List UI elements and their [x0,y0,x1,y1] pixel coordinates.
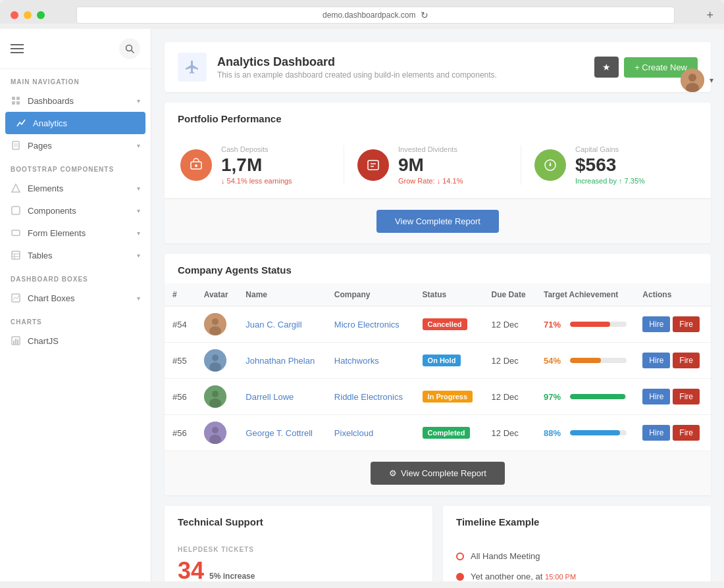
user-avatar[interactable] [681,68,704,92]
cell-id: #56 [165,415,196,451]
col-header-name: Name [238,283,326,306]
sidebar-item-label: Components [28,206,76,216]
timeline-text-2: Yet another one, at 15:00 PM [471,572,576,581]
svg-rect-11 [12,230,20,235]
sidebar-item-elements[interactable]: Elements ▾ [0,177,151,199]
cell-status: On Hold [415,343,484,379]
page-header: Analytics Dashboard This is an example d… [165,42,711,92]
capital-label: Capital Gains [575,145,645,153]
cell-status: Cancelled [415,306,484,343]
sidebar-item-dashboards[interactable]: Dashboards ▾ [0,89,151,112]
star-button[interactable]: ★ [594,57,619,78]
refresh-icon[interactable]: ↻ [421,10,428,20]
fire-button[interactable]: Fire [673,389,700,404]
progress-bar-bg [570,322,627,327]
cash-change: ↓ 54.1% less earnings [221,177,292,185]
cell-due-date: 12 Dec [484,306,536,343]
sidebar-item-analytics[interactable]: Analytics [5,112,145,134]
timeline-time: 15:00 PM [545,573,576,581]
invested-label: Invested Dividents [398,145,463,153]
cell-achievement: 88% [536,415,634,451]
technical-support-content: HELPDESK TICKETS 34 5% increase [165,535,432,581]
sidebar-item-chartjs[interactable]: ChartJS [0,330,151,352]
portfolio-report-button[interactable]: View Complete Report [376,210,499,233]
sidebar-item-label: Pages [28,141,52,151]
company-name: Micro Electronics [334,320,400,330]
status-badge: In Progress [423,391,473,403]
hire-button[interactable]: Hire [642,389,670,404]
progress-pct: 97% [544,392,565,402]
sidebar-item-components[interactable]: Components ▾ [0,199,151,222]
cell-due-date: 12 Dec [484,343,536,379]
hire-button[interactable]: Hire [642,425,670,441]
cell-name: George T. Cottrell [238,415,326,451]
progress-pct: 88% [544,428,565,438]
sidebar-item-chart-boxes[interactable]: Chart Boxes ▾ [0,287,151,309]
svg-point-40 [209,435,221,444]
agents-table-body: #54 Juan C. Cargill Micro Electronics Ca… [165,306,711,451]
fire-button[interactable]: Fire [673,425,700,441]
svg-point-39 [212,427,219,433]
svg-point-28 [550,164,552,166]
sidebar-item-label: Elements [28,184,63,193]
window-close-button[interactable] [11,11,18,19]
tables-icon [11,250,21,260]
agents-card-footer: ⚙ View Complete Report [165,451,711,495]
cell-achievement: 71% [536,306,634,343]
company-name: Pixelcloud [334,428,373,438]
sidebar-item-label: Dashboards [28,96,74,106]
chevron-icon: ▾ [137,97,140,105]
cell-name: Darrell Lowe [238,379,326,415]
window-minimize-button[interactable] [24,11,32,19]
chevron-icon: ▾ [137,142,140,149]
user-caret-icon[interactable]: ▾ [710,76,713,85]
action-buttons: Hire Fire [642,316,703,332]
url-text: demo.dashboardpack.com [323,11,415,20]
agents-report-button[interactable]: ⚙ View Complete Report [371,462,505,485]
hire-button[interactable]: Hire [642,316,670,332]
hamburger-menu-button[interactable] [11,44,24,53]
svg-rect-18 [13,341,14,344]
avatar-image [204,385,226,408]
timeline-dot-2 [456,573,464,581]
window-maximize-button[interactable] [37,11,45,19]
search-button[interactable] [119,38,140,59]
helpdesk-change-label: increase [223,572,255,581]
cell-avatar [196,306,238,343]
address-bar[interactable]: demo.dashboardpack.com ↻ [76,7,675,24]
svg-line-1 [132,51,134,53]
portfolio-card: Portfolio Performance Cash Deposits 1,7M… [165,103,711,243]
action-buttons: Hire Fire [642,353,703,368]
progress-bar-fill [570,430,620,435]
timeline-item-1: All Hands Meeting [456,546,698,566]
cash-label: Cash Deposits [221,145,292,153]
timeline-title: Timeline Example [443,506,711,535]
sidebar-item-form-elements[interactable]: Form Elements ▾ [0,222,151,244]
stat-cash-deposits: Cash Deposits 1,7M ↓ 54.1% less earnings [178,145,344,185]
cell-company: Pixelcloud [326,415,415,451]
fire-button[interactable]: Fire [673,353,700,368]
cash-value: 1,7M [221,156,292,174]
progress-cell: 54% [544,356,627,366]
stat-invested: Invested Dividents 9M Grow Rate: ↓ 14.1% [344,145,521,185]
agents-card: Company Agents Status # Avatar Name Comp… [165,254,711,495]
avatar-image [204,349,226,372]
col-header-achievement: Target Achievement [536,283,634,306]
cell-avatar [196,415,238,451]
company-name: Riddle Electronics [334,392,403,402]
cell-due-date: 12 Dec [484,379,536,415]
sidebar-item-pages[interactable]: Pages ▾ [0,134,151,157]
status-badge: Cancelled [423,318,467,330]
agents-table: # Avatar Name Company Status Due Date Ta… [165,283,711,451]
hire-button[interactable]: Hire [642,353,670,368]
svg-rect-5 [16,101,20,105]
fire-button[interactable]: Fire [673,316,700,332]
sidebar-item-tables[interactable]: Tables ▾ [0,244,151,266]
bottom-panels: Technical Support HELPDESK TICKETS 34 5%… [165,506,711,581]
portfolio-stats: Cash Deposits 1,7M ↓ 54.1% less earnings… [165,132,711,199]
technical-support-title: Technical Support [165,506,432,535]
cell-avatar [196,343,238,379]
cell-id: #55 [165,343,196,379]
new-tab-button[interactable]: + [706,9,713,22]
page-header-left: Analytics Dashboard This is an example d… [178,53,497,82]
